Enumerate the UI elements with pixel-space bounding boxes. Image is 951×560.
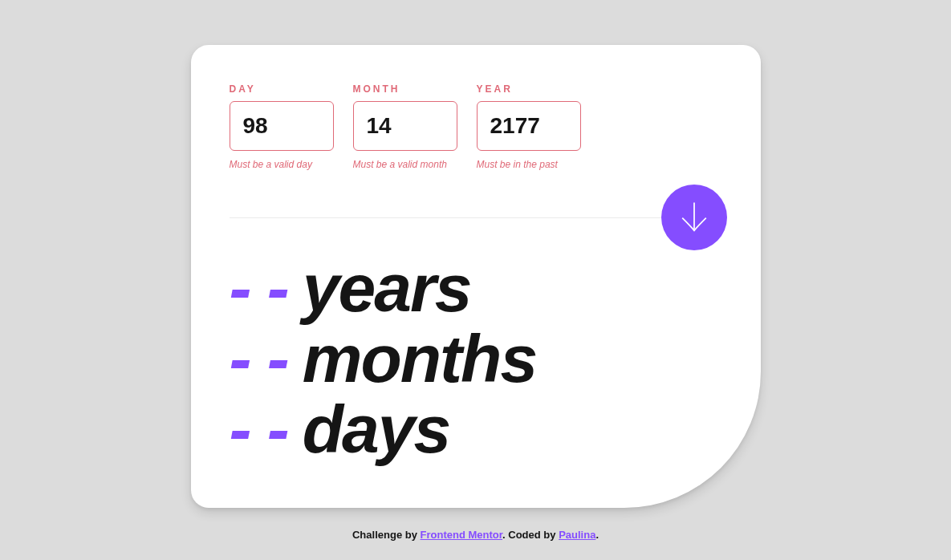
- year-error: Must be in the past: [477, 159, 581, 170]
- results: - - years - - months - - days: [230, 257, 722, 461]
- result-years: - - years: [230, 257, 722, 321]
- days-value: - -: [230, 398, 288, 462]
- attribution-suffix: .: [595, 529, 599, 541]
- calculate-button[interactable]: [661, 185, 727, 250]
- attribution-prefix: Challenge by: [352, 529, 421, 541]
- inputs-row: DAY Must be a valid day MONTH Must be a …: [230, 83, 722, 170]
- month-input[interactable]: [353, 101, 457, 151]
- frontend-mentor-link[interactable]: Frontend Mentor: [421, 529, 503, 541]
- years-label: years: [303, 257, 471, 321]
- day-field: DAY Must be a valid day: [230, 83, 334, 170]
- days-label: days: [303, 398, 449, 462]
- month-label: MONTH: [353, 83, 457, 95]
- attribution-mid: . Coded by: [502, 529, 559, 541]
- arrow-down-icon: [678, 201, 710, 235]
- result-days: - - days: [230, 398, 722, 462]
- month-error: Must be a valid month: [353, 159, 457, 170]
- months-value: - -: [230, 327, 288, 392]
- day-label: DAY: [230, 83, 334, 95]
- result-months: - - months: [230, 327, 722, 392]
- divider-line: [230, 217, 661, 218]
- year-field: YEAR Must be in the past: [477, 83, 581, 170]
- day-error: Must be a valid day: [230, 159, 334, 170]
- author-link[interactable]: Paulina: [559, 529, 595, 541]
- year-label: YEAR: [477, 83, 581, 95]
- day-input[interactable]: [230, 101, 334, 151]
- years-value: - -: [230, 257, 288, 321]
- divider-row: [230, 185, 722, 250]
- age-calculator-card: DAY Must be a valid day MONTH Must be a …: [191, 45, 761, 508]
- year-input[interactable]: [477, 101, 581, 151]
- month-field: MONTH Must be a valid month: [353, 83, 457, 170]
- attribution: Challenge by Frontend Mentor. Coded by P…: [352, 529, 599, 541]
- months-label: months: [303, 327, 536, 392]
